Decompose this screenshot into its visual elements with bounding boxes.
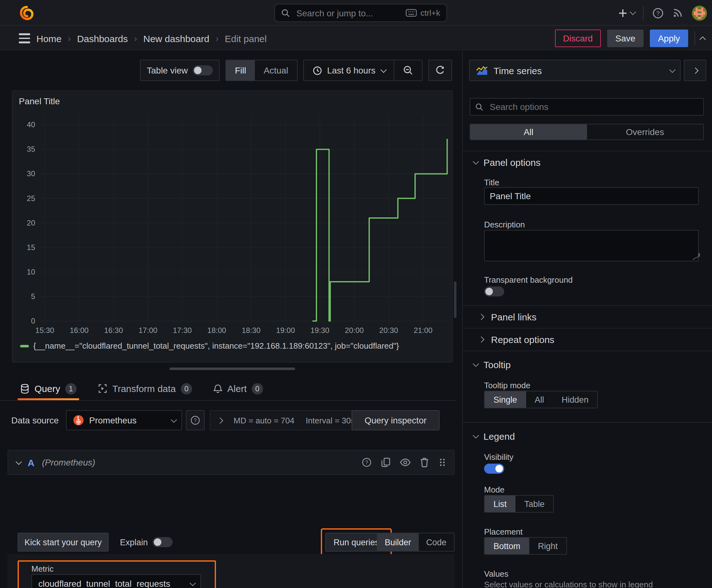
time-range-picker[interactable]: Last 6 hours	[304, 60, 394, 80]
legend-mode-list[interactable]: List	[485, 496, 516, 512]
search-icon	[475, 103, 483, 111]
actual-option[interactable]: Actual	[255, 60, 297, 80]
svg-text:17:00: 17:00	[138, 326, 157, 335]
kick-start-button[interactable]: Kick start your query	[18, 533, 109, 551]
plus-icon	[618, 8, 628, 18]
breadcrumb-home[interactable]: Home	[37, 33, 62, 44]
series-label[interactable]: {__name__="cloudflared_tunnel_total_requ…	[33, 341, 399, 351]
visualization-picker[interactable]: Time series	[469, 60, 681, 81]
svg-text:18:00: 18:00	[207, 326, 226, 335]
tooltip-mode-single[interactable]: Single	[485, 391, 526, 408]
chevron-down-icon	[190, 580, 196, 586]
breadcrumb-dashboards[interactable]: Dashboards	[77, 33, 128, 44]
grafana-logo-icon[interactable]	[19, 5, 35, 21]
time-series-plot[interactable]: 051015202530354015:3016:0016:3017:0017:3…	[19, 110, 452, 340]
explain-toggle[interactable]	[153, 537, 173, 547]
svg-text:16:00: 16:00	[70, 326, 88, 335]
panel-title-input[interactable]	[484, 187, 699, 205]
repeat-options-section[interactable]: Repeat options	[479, 334, 555, 345]
horizontal-scrollbar[interactable]	[170, 368, 295, 370]
breadcrumb-bar: Home › Dashboards › New dashboard › Edit…	[0, 26, 712, 51]
collapse-query-icon[interactable]	[16, 458, 22, 465]
table-view-toggle[interactable]	[193, 65, 213, 76]
datasource-help-button[interactable]: ?	[186, 410, 205, 430]
svg-text:25: 25	[27, 194, 35, 203]
breadcrumb-new-dashboard[interactable]: New dashboard	[144, 33, 209, 44]
tooltip-header: Tooltip	[483, 359, 511, 370]
repeat-options-header: Repeat options	[491, 334, 555, 345]
fill-option[interactable]: Fill	[226, 60, 255, 80]
tooltip-mode-group: Single All Hidden	[484, 391, 598, 408]
table-view-control: Table view	[140, 60, 220, 81]
collapse-header-icon[interactable]	[699, 36, 706, 42]
svg-text:18:30: 18:30	[242, 326, 261, 335]
svg-text:19:00: 19:00	[276, 326, 295, 335]
options-search[interactable]	[470, 98, 704, 115]
drag-handle-icon[interactable]	[438, 458, 447, 467]
datasource-picker[interactable]: Prometheus	[66, 410, 182, 430]
zoom-out-icon	[403, 65, 413, 76]
apply-button[interactable]: Apply	[650, 29, 688, 47]
svg-text:5: 5	[31, 292, 35, 300]
datasource-name: Prometheus	[89, 415, 166, 425]
tooltip-section[interactable]: Tooltip	[473, 359, 511, 370]
panel-title[interactable]: Panel Title	[19, 96, 60, 106]
query-row-header[interactable]: A (Prometheus) ?	[7, 450, 455, 475]
trash-icon[interactable]	[420, 457, 429, 467]
query-ref-id[interactable]: A	[28, 457, 35, 468]
legend-placement-right[interactable]: Right	[529, 538, 567, 554]
legend-mode-table[interactable]: Table	[516, 496, 554, 512]
metric-select[interactable]: cloudflared_tunnel_total_requests	[31, 574, 201, 588]
rss-icon	[672, 7, 683, 18]
tab-transform[interactable]: Transform data 0	[95, 377, 195, 400]
legend-placement-bottom[interactable]: Bottom	[485, 538, 529, 554]
query-inspector-button[interactable]: Query inspector	[352, 410, 439, 430]
breadcrumb: Home › Dashboards › New dashboard › Edit…	[37, 33, 266, 44]
panel-toolbar: Table view Fill Actual Last 6 hours	[0, 60, 456, 81]
query-toolbar: Kick start your query Explain Run querie…	[18, 531, 455, 553]
refresh-button[interactable]	[428, 60, 452, 81]
transparent-background-toggle[interactable]	[484, 287, 504, 296]
query-editor-card: A (Prometheus) ?	[7, 450, 455, 588]
builder-option[interactable]: Builder	[377, 533, 418, 551]
chevron-down-icon	[630, 9, 636, 15]
duplicate-icon[interactable]	[381, 457, 390, 467]
menu-toggle-button[interactable]	[19, 34, 30, 43]
tab-alert[interactable]: Alert 0	[211, 377, 265, 400]
tab-overrides[interactable]: Overrides	[587, 124, 703, 140]
news-button[interactable]	[672, 7, 683, 18]
add-menu-button[interactable]	[618, 8, 634, 18]
legend-section[interactable]: Legend	[473, 431, 515, 442]
legend-visibility-toggle[interactable]	[484, 464, 504, 474]
discard-button[interactable]: Discard	[555, 29, 601, 47]
panel-links-section[interactable]: Panel links	[479, 312, 537, 322]
panel-options-section[interactable]: Panel options	[473, 157, 541, 168]
query-datasource-hint: (Prometheus)	[42, 457, 95, 467]
svg-text:20:00: 20:00	[345, 326, 364, 335]
vertical-scrollbar[interactable]	[454, 281, 456, 318]
zoom-out-button[interactable]	[394, 60, 422, 80]
tooltip-mode-all[interactable]: All	[526, 391, 553, 408]
metric-value: cloudflared_tunnel_total_requests	[38, 579, 170, 588]
series-color-marker[interactable]	[20, 344, 29, 347]
tooltip-mode-hidden[interactable]: Hidden	[553, 391, 598, 408]
help-button[interactable]: ?	[652, 7, 664, 19]
svg-text:0: 0	[31, 317, 35, 325]
search-icon	[281, 8, 290, 17]
global-search[interactable]: ctrl+k	[274, 4, 447, 22]
description-textarea[interactable]	[484, 230, 699, 261]
save-button[interactable]: Save	[607, 29, 644, 47]
code-option[interactable]: Code	[418, 533, 454, 551]
options-search-input[interactable]	[489, 101, 698, 112]
svg-text:20: 20	[27, 218, 35, 227]
tab-transform-label: Transform data	[112, 383, 176, 394]
user-avatar[interactable]	[692, 5, 707, 20]
tab-query[interactable]: Query 1	[18, 377, 79, 400]
help-icon[interactable]: ?	[362, 457, 372, 467]
tab-all[interactable]: All	[470, 124, 587, 140]
interval-stat: Interval = 30s	[306, 416, 355, 425]
breadcrumb-edit-panel: Edit panel	[225, 33, 266, 44]
toggle-options-pane-button[interactable]	[684, 60, 706, 81]
search-input[interactable]	[295, 7, 400, 19]
eye-icon[interactable]	[400, 458, 411, 467]
